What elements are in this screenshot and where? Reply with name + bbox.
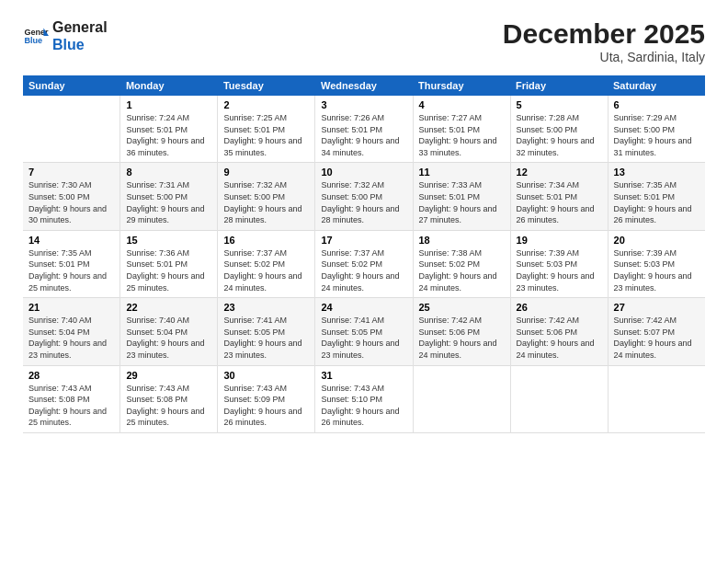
day-cell: 16 Sunrise: 7:37 AMSunset: 5:02 PMDaylig… xyxy=(218,230,315,297)
day-cell: 27 Sunrise: 7:42 AMSunset: 5:07 PMDaylig… xyxy=(608,298,705,365)
calendar-header: Sunday Monday Tuesday Wednesday Thursday… xyxy=(23,75,705,96)
day-info: Sunrise: 7:36 AMSunset: 5:01 PMDaylight:… xyxy=(126,247,211,293)
day-cell: 22 Sunrise: 7:40 AMSunset: 5:04 PMDaylig… xyxy=(120,298,218,365)
day-number: 11 xyxy=(419,167,505,178)
day-cell xyxy=(510,365,608,432)
week-row-0: 1 Sunrise: 7:24 AMSunset: 5:01 PMDayligh… xyxy=(23,96,705,163)
calendar-body: 1 Sunrise: 7:24 AMSunset: 5:01 PMDayligh… xyxy=(23,96,705,432)
day-cell: 6 Sunrise: 7:29 AMSunset: 5:00 PMDayligh… xyxy=(608,96,705,163)
day-number: 19 xyxy=(517,235,602,246)
week-row-2: 14 Sunrise: 7:35 AMSunset: 5:01 PMDaylig… xyxy=(23,230,705,297)
page: General Blue General Blue December 2025 … xyxy=(0,0,728,563)
week-row-1: 7 Sunrise: 7:30 AMSunset: 5:00 PMDayligh… xyxy=(23,163,705,230)
day-info: Sunrise: 7:35 AMSunset: 5:01 PMDaylight:… xyxy=(614,179,700,225)
day-number: 31 xyxy=(321,370,406,381)
day-cell: 30 Sunrise: 7:43 AMSunset: 5:09 PMDaylig… xyxy=(218,365,315,432)
day-cell: 15 Sunrise: 7:36 AMSunset: 5:01 PMDaylig… xyxy=(120,230,218,297)
logo-blue: Blue xyxy=(52,36,108,53)
header: General Blue General Blue December 2025 … xyxy=(23,18,705,64)
day-number: 15 xyxy=(126,235,211,246)
day-info: Sunrise: 7:37 AMSunset: 5:02 PMDaylight:… xyxy=(223,247,309,293)
day-cell: 12 Sunrise: 7:34 AMSunset: 5:01 PMDaylig… xyxy=(510,163,608,230)
col-wednesday: Wednesday xyxy=(315,75,413,96)
day-number: 13 xyxy=(614,167,700,178)
header-row: Sunday Monday Tuesday Wednesday Thursday… xyxy=(23,75,705,96)
day-cell: 4 Sunrise: 7:27 AMSunset: 5:01 PMDayligh… xyxy=(413,96,510,163)
day-info: Sunrise: 7:42 AMSunset: 5:06 PMDaylight:… xyxy=(517,315,602,361)
logo: General Blue General Blue xyxy=(23,18,108,53)
day-cell: 7 Sunrise: 7:30 AMSunset: 5:00 PMDayligh… xyxy=(23,163,120,230)
day-cell: 17 Sunrise: 7:37 AMSunset: 5:02 PMDaylig… xyxy=(315,230,413,297)
week-row-3: 21 Sunrise: 7:40 AMSunset: 5:04 PMDaylig… xyxy=(23,298,705,365)
day-cell: 24 Sunrise: 7:41 AMSunset: 5:05 PMDaylig… xyxy=(315,298,413,365)
day-number: 14 xyxy=(28,235,114,246)
logo-icon: General Blue xyxy=(23,23,49,49)
week-row-4: 28 Sunrise: 7:43 AMSunset: 5:08 PMDaylig… xyxy=(23,365,705,432)
day-info: Sunrise: 7:28 AMSunset: 5:00 PMDaylight:… xyxy=(517,112,602,158)
day-cell xyxy=(413,365,510,432)
day-cell xyxy=(608,365,705,432)
svg-text:Blue: Blue xyxy=(24,37,42,46)
day-info: Sunrise: 7:39 AMSunset: 5:03 PMDaylight:… xyxy=(614,247,700,293)
day-number: 9 xyxy=(223,167,309,178)
day-info: Sunrise: 7:33 AMSunset: 5:01 PMDaylight:… xyxy=(419,179,505,225)
day-cell: 29 Sunrise: 7:43 AMSunset: 5:08 PMDaylig… xyxy=(120,365,218,432)
logo-general: General xyxy=(52,18,108,36)
day-number: 29 xyxy=(126,370,211,381)
day-number: 27 xyxy=(614,302,700,313)
col-thursday: Thursday xyxy=(413,75,510,96)
day-info: Sunrise: 7:27 AMSunset: 5:01 PMDaylight:… xyxy=(419,112,505,158)
day-cell: 31 Sunrise: 7:43 AMSunset: 5:10 PMDaylig… xyxy=(315,365,413,432)
col-saturday: Saturday xyxy=(608,75,705,96)
day-number: 30 xyxy=(223,370,309,381)
day-number: 12 xyxy=(517,167,602,178)
day-number: 6 xyxy=(614,99,700,110)
day-cell: 28 Sunrise: 7:43 AMSunset: 5:08 PMDaylig… xyxy=(23,365,120,432)
day-cell: 25 Sunrise: 7:42 AMSunset: 5:06 PMDaylig… xyxy=(413,298,510,365)
day-number: 4 xyxy=(419,99,505,110)
day-number: 23 xyxy=(223,302,309,313)
title-block: December 2025 Uta, Sardinia, Italy xyxy=(503,18,705,64)
day-cell xyxy=(23,96,120,163)
day-number: 3 xyxy=(321,99,406,110)
day-number: 20 xyxy=(614,235,700,246)
day-info: Sunrise: 7:35 AMSunset: 5:01 PMDaylight:… xyxy=(28,247,114,293)
day-number: 25 xyxy=(419,302,505,313)
day-info: Sunrise: 7:43 AMSunset: 5:08 PMDaylight:… xyxy=(28,383,114,429)
day-info: Sunrise: 7:39 AMSunset: 5:03 PMDaylight:… xyxy=(517,247,602,293)
col-tuesday: Tuesday xyxy=(218,75,315,96)
day-number: 10 xyxy=(321,167,406,178)
day-info: Sunrise: 7:25 AMSunset: 5:01 PMDaylight:… xyxy=(223,112,309,158)
day-info: Sunrise: 7:34 AMSunset: 5:01 PMDaylight:… xyxy=(517,179,602,225)
day-number: 22 xyxy=(126,302,211,313)
day-cell: 5 Sunrise: 7:28 AMSunset: 5:00 PMDayligh… xyxy=(510,96,608,163)
day-cell: 14 Sunrise: 7:35 AMSunset: 5:01 PMDaylig… xyxy=(23,230,120,297)
day-cell: 8 Sunrise: 7:31 AMSunset: 5:00 PMDayligh… xyxy=(120,163,218,230)
day-info: Sunrise: 7:43 AMSunset: 5:08 PMDaylight:… xyxy=(126,383,211,429)
calendar-table: Sunday Monday Tuesday Wednesday Thursday… xyxy=(23,75,705,433)
day-info: Sunrise: 7:30 AMSunset: 5:00 PMDaylight:… xyxy=(28,179,114,225)
day-info: Sunrise: 7:38 AMSunset: 5:02 PMDaylight:… xyxy=(419,247,505,293)
day-cell: 20 Sunrise: 7:39 AMSunset: 5:03 PMDaylig… xyxy=(608,230,705,297)
day-number: 18 xyxy=(419,235,505,246)
day-number: 16 xyxy=(223,235,309,246)
col-monday: Monday xyxy=(120,75,218,96)
day-number: 28 xyxy=(28,370,114,381)
day-cell: 1 Sunrise: 7:24 AMSunset: 5:01 PMDayligh… xyxy=(120,96,218,163)
day-cell: 21 Sunrise: 7:40 AMSunset: 5:04 PMDaylig… xyxy=(23,298,120,365)
day-info: Sunrise: 7:26 AMSunset: 5:01 PMDaylight:… xyxy=(321,112,406,158)
day-info: Sunrise: 7:31 AMSunset: 5:00 PMDaylight:… xyxy=(126,179,211,225)
month-title: December 2025 xyxy=(503,18,705,50)
day-number: 1 xyxy=(126,99,211,110)
day-cell: 13 Sunrise: 7:35 AMSunset: 5:01 PMDaylig… xyxy=(608,163,705,230)
day-info: Sunrise: 7:32 AMSunset: 5:00 PMDaylight:… xyxy=(223,179,309,225)
day-number: 8 xyxy=(126,167,211,178)
day-info: Sunrise: 7:32 AMSunset: 5:00 PMDaylight:… xyxy=(321,179,406,225)
day-info: Sunrise: 7:41 AMSunset: 5:05 PMDaylight:… xyxy=(223,315,309,361)
day-info: Sunrise: 7:40 AMSunset: 5:04 PMDaylight:… xyxy=(28,315,114,361)
day-number: 24 xyxy=(321,302,406,313)
day-number: 17 xyxy=(321,235,406,246)
day-info: Sunrise: 7:40 AMSunset: 5:04 PMDaylight:… xyxy=(126,315,211,361)
day-cell: 11 Sunrise: 7:33 AMSunset: 5:01 PMDaylig… xyxy=(413,163,510,230)
day-number: 21 xyxy=(28,302,114,313)
